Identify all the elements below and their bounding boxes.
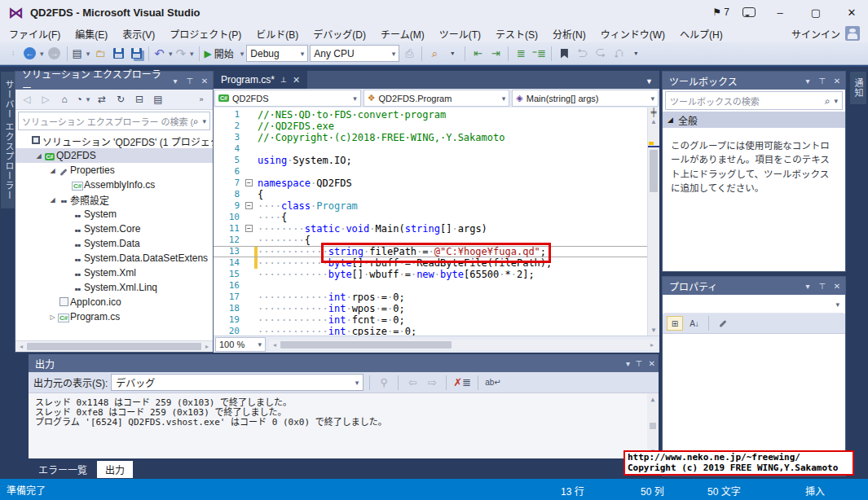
menu-item-7[interactable]: ツール(T): [432, 24, 488, 43]
code-line-8[interactable]: 8{: [214, 189, 647, 200]
toolbar-overflow-button-2[interactable]: ▾: [628, 46, 644, 62]
menu-item-6[interactable]: チーム(M): [373, 24, 432, 43]
search-icon[interactable]: ⌕: [193, 116, 199, 127]
next-message-icon[interactable]: ⇨: [424, 375, 440, 391]
notifications-side-tab[interactable]: 通知: [850, 72, 866, 104]
splitter-grip-icon[interactable]: ╪: [650, 107, 656, 117]
scroll-thumb[interactable]: [650, 150, 658, 192]
auto-hide-pin-icon[interactable]: ⊥: [183, 77, 196, 86]
tree-item[interactable]: ◢Properties: [15, 163, 213, 178]
next-bookmark-button[interactable]: ⮎: [592, 46, 608, 62]
window-position-icon[interactable]: ▾: [801, 282, 814, 291]
previous-message-icon[interactable]: ⇦: [404, 375, 421, 391]
scroll-thumb[interactable]: [27, 343, 201, 350]
menu-item-11[interactable]: ヘルプ(H): [672, 24, 730, 43]
toolbar-overflow-button[interactable]: ▾: [444, 46, 460, 62]
menu-item-2[interactable]: 表示(V): [115, 24, 162, 43]
tree-item[interactable]: ソリューション 'QD2FDS' (1 プロジェクト): [15, 134, 213, 148]
scroll-left-icon[interactable]: ◂: [269, 341, 280, 349]
auto-hide-pin-icon[interactable]: ⊥: [816, 282, 829, 291]
window-position-icon[interactable]: ▾: [169, 77, 182, 86]
uncomment-lines-button[interactable]: ⇥: [487, 46, 504, 62]
maximize-button[interactable]: ▢: [804, 7, 827, 19]
tree-item[interactable]: ■-■System.Data: [15, 236, 213, 251]
tree-item[interactable]: ◢■-■参照設定: [15, 192, 213, 207]
bottom-tab-1[interactable]: 出力: [97, 461, 133, 478]
categorized-icon[interactable]: ⊞: [667, 316, 683, 331]
refresh-icon[interactable]: ↻: [112, 92, 129, 107]
output-source-select[interactable]: デバッグ▾: [111, 374, 364, 391]
tab-program-cs[interactable]: Program.cs* ⊥ ✕: [214, 71, 307, 89]
menu-item-4[interactable]: ビルド(B): [249, 24, 306, 43]
navigate-backward-button[interactable]: ←▾: [23, 46, 45, 62]
increase-indent-button[interactable]: ⁼≣: [531, 46, 547, 62]
menu-item-9[interactable]: 分析(N): [545, 24, 593, 43]
code-line-16[interactable]: 16: [214, 280, 647, 292]
scroll-thumb[interactable]: [650, 423, 656, 429]
save-button[interactable]: [110, 46, 126, 62]
window-position-icon[interactable]: ▾: [801, 77, 814, 86]
window-position-icon[interactable]: ▾: [626, 359, 630, 368]
code-line-3[interactable]: 3//·Copyright·(c)2018·FREE·WING,·Y.Sakam…: [214, 132, 647, 143]
navigate-forward-button[interactable]: →: [46, 46, 63, 62]
zoom-level-select[interactable]: 100 % ▾: [215, 337, 266, 352]
fold-collapse-icon[interactable]: −: [245, 223, 254, 235]
toolbox-search-box[interactable]: ツールボックスの検索 ⌕ ▾: [665, 91, 843, 110]
solution-explorer-hscrollbar[interactable]: ◂ ▸: [15, 340, 213, 352]
menu-item-8[interactable]: テスト(S): [488, 24, 545, 43]
scope-icon[interactable]: ◔▾: [75, 92, 91, 107]
search-icon[interactable]: ⌕: [825, 95, 831, 107]
scroll-right-icon[interactable]: ▸: [646, 341, 658, 349]
auto-hide-pin-icon[interactable]: ⊥: [816, 77, 829, 86]
solution-search-box[interactable]: ソリューション エクスプローラー の検索 (Ct ⌕ ▾: [18, 112, 210, 130]
expand-arrow-icon[interactable]: ▷: [48, 314, 57, 321]
scroll-down-icon[interactable]: ▼: [648, 326, 659, 336]
fold-collapse-icon[interactable]: −: [245, 178, 254, 189]
sign-in-link[interactable]: サインイン: [791, 27, 840, 41]
feedback-flag-icon[interactable]: ⚑ 7: [712, 7, 729, 18]
save-all-button[interactable]: [128, 46, 144, 62]
find-in-files-button[interactable]: ⌕: [426, 46, 443, 62]
avatar[interactable]: [845, 26, 860, 41]
menu-item-0[interactable]: ファイル(F): [2, 24, 68, 43]
toggle-bookmark-button[interactable]: [556, 46, 572, 62]
scroll-thumb[interactable]: [280, 341, 452, 349]
undo-button[interactable]: ↶▾: [153, 46, 173, 62]
solution-configuration-select[interactable]: Debug▾: [246, 45, 308, 62]
document-list-caret-icon[interactable]: ▼: [645, 77, 659, 89]
properties-page-icon[interactable]: ▤: [150, 92, 166, 107]
scroll-up-icon[interactable]: ▲: [651, 395, 655, 405]
scroll-left-icon[interactable]: ◂: [15, 343, 27, 350]
minimize-button[interactable]: –: [769, 7, 791, 19]
close-button[interactable]: ✕: [840, 7, 863, 19]
decrease-indent-button[interactable]: ≣: [513, 46, 529, 62]
object-select[interactable]: ▾: [664, 296, 844, 314]
clear-bookmarks-button[interactable]: ⮏: [610, 46, 626, 62]
send-feedback-icon[interactable]: [742, 7, 756, 17]
code-line-10[interactable]: 10····{: [214, 212, 647, 223]
collapse-arrow-icon[interactable]: ◢: [48, 196, 57, 204]
code-line-19[interactable]: 19············int·fcnt·=·0;: [214, 314, 647, 326]
find-message-icon[interactable]: ⚲: [376, 375, 392, 391]
tree-item[interactable]: C#AssemblyInfo.cs: [15, 178, 213, 192]
toolbar-overflow-icon[interactable]: »: [193, 92, 209, 107]
fold-collapse-icon[interactable]: −: [245, 200, 254, 212]
auto-hide-pin-icon[interactable]: ⊥: [632, 359, 645, 368]
property-pages-wrench-icon[interactable]: [715, 316, 731, 331]
comment-lines-button[interactable]: ⇤: [469, 46, 486, 62]
code-editor[interactable]: 1//·NES·QD·to·FDS·convert·program2//·QD2…: [214, 107, 647, 336]
menu-item-10[interactable]: ウィンドウ(W): [593, 24, 672, 43]
code-line-5[interactable]: 5using·System.IO;: [214, 155, 647, 166]
close-panel-icon[interactable]: ✕: [649, 359, 655, 368]
code-line-6[interactable]: 6: [214, 166, 647, 178]
code-line-4[interactable]: 4: [214, 143, 647, 155]
scroll-right-icon[interactable]: ▸: [201, 343, 213, 350]
member-dropdown[interactable]: ◈ Main(string[] args)▾: [512, 90, 659, 107]
clear-all-icon[interactable]: ✗≣: [452, 375, 472, 391]
sync-with-active-document-icon[interactable]: ⇄: [94, 92, 110, 107]
menu-item-5[interactable]: デバッグ(D): [306, 24, 373, 43]
tree-item[interactable]: ◢C#QD2FDS: [15, 148, 213, 163]
code-line-7[interactable]: 7−namespace·QD2FDS: [214, 178, 647, 189]
close-document-icon[interactable]: ✕: [293, 75, 300, 86]
editor-hscrollbar[interactable]: ◂ ▸: [269, 340, 658, 350]
